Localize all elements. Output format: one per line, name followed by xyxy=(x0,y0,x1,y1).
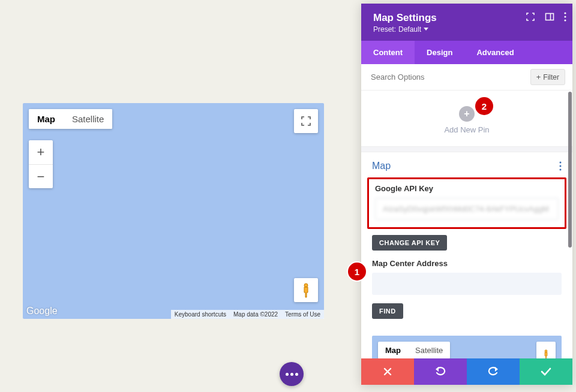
panel-scroll-area[interactable]: + Add New Pin Map Google API Key AIzaSyD… xyxy=(361,91,572,385)
undo-button[interactable] xyxy=(414,358,467,385)
mini-map-type-toggle: Map Satellite xyxy=(378,342,450,359)
map-type-satellite-button[interactable]: Satellite xyxy=(64,109,112,129)
map-type-map-button[interactable]: Map xyxy=(29,109,64,129)
search-input[interactable] xyxy=(368,69,530,85)
cancel-button[interactable] xyxy=(361,358,414,385)
fullscreen-button[interactable] xyxy=(294,109,318,133)
map-preview: Map Satellite + − Google Keyboard shortc… xyxy=(23,103,324,319)
zoom-in-button[interactable]: + xyxy=(29,140,53,164)
fullscreen-icon xyxy=(301,116,311,126)
svg-point-5 xyxy=(564,19,566,21)
tab-advanced[interactable]: Advanced xyxy=(464,41,526,64)
svg-point-3 xyxy=(564,12,566,14)
kebab-button[interactable] xyxy=(564,12,566,22)
map-section-header: Map xyxy=(361,152,572,177)
panel-header-actions xyxy=(526,12,566,22)
check-icon xyxy=(541,367,551,376)
more-dots-icon xyxy=(286,373,298,376)
svg-point-8 xyxy=(560,169,562,171)
expand-button[interactable] xyxy=(526,12,535,22)
map-credit-terms[interactable]: Terms of Use xyxy=(281,310,324,319)
change-api-key-button[interactable]: CHANGE API KEY xyxy=(372,235,447,251)
map-credit-data: Map data ©2022 xyxy=(230,310,281,319)
add-pin-button[interactable]: + xyxy=(459,106,475,122)
center-address-label: Map Center Address xyxy=(372,259,562,268)
api-key-input[interactable]: AIzaSyD0vqjskWfXhMd0C74-8AkFYPUcvAggM xyxy=(375,198,559,220)
plus-icon: + xyxy=(536,73,541,82)
svg-point-4 xyxy=(564,16,566,17)
add-pin-section: + Add New Pin xyxy=(361,91,572,146)
settings-panel: Map Settings Preset: Default Content Des… xyxy=(361,4,572,385)
google-logo: Google xyxy=(26,306,58,316)
dock-icon xyxy=(545,12,554,22)
pegman-icon xyxy=(301,282,311,298)
filter-button[interactable]: + Filter xyxy=(530,69,565,85)
svg-point-7 xyxy=(560,165,562,167)
dock-button[interactable] xyxy=(545,12,554,22)
map-credits: Keyboard shortcuts Map data ©2022 Terms … xyxy=(171,310,324,319)
redo-button[interactable] xyxy=(467,358,520,385)
panel-header: Map Settings Preset: Default xyxy=(361,4,572,41)
preset-label: Preset: xyxy=(373,25,396,34)
annotation-badge-2: 2 xyxy=(475,97,493,115)
panel-preset[interactable]: Preset: Default xyxy=(373,25,563,34)
pegman-button[interactable] xyxy=(294,278,318,302)
filter-label: Filter xyxy=(543,73,559,82)
svg-point-6 xyxy=(560,162,562,164)
search-row: + Filter xyxy=(361,64,572,91)
api-key-label: Google API Key xyxy=(375,184,559,193)
mini-map-type-map-button[interactable]: Map xyxy=(378,342,408,359)
undo-icon xyxy=(435,367,446,376)
tabs: Content Design Advanced xyxy=(361,41,572,64)
add-pin-label: Add New Pin xyxy=(361,125,572,134)
close-icon xyxy=(383,367,392,376)
more-actions-button[interactable] xyxy=(280,362,304,386)
map-type-toggle: Map Satellite xyxy=(29,109,112,129)
section-menu-button[interactable] xyxy=(559,161,562,171)
tab-content[interactable]: Content xyxy=(361,41,415,64)
svg-point-9 xyxy=(545,350,547,352)
section-divider xyxy=(361,146,572,152)
kebab-icon xyxy=(564,12,566,22)
svg-rect-1 xyxy=(546,14,554,20)
preset-value: Default xyxy=(398,25,421,34)
kebab-icon xyxy=(559,161,562,171)
mini-map-type-satellite-button[interactable]: Satellite xyxy=(408,342,450,359)
annotation-badge-1: 1 xyxy=(348,263,366,281)
center-address-input[interactable] xyxy=(372,273,562,295)
panel-footer xyxy=(361,358,572,385)
map-credit-shortcuts[interactable]: Keyboard shortcuts xyxy=(171,310,230,319)
find-button[interactable]: FIND xyxy=(372,303,403,319)
tab-design[interactable]: Design xyxy=(415,41,464,64)
chevron-down-icon xyxy=(424,28,428,31)
expand-icon xyxy=(526,12,535,22)
redo-icon xyxy=(488,367,499,376)
svg-point-0 xyxy=(304,284,308,287)
zoom-controls: + − xyxy=(29,140,53,188)
save-button[interactable] xyxy=(520,358,572,385)
map-section-title: Map xyxy=(372,161,391,171)
api-key-highlight: Google API Key AIzaSyD0vqjskWfXhMd0C74-8… xyxy=(367,177,566,229)
zoom-out-button[interactable]: − xyxy=(29,164,53,188)
